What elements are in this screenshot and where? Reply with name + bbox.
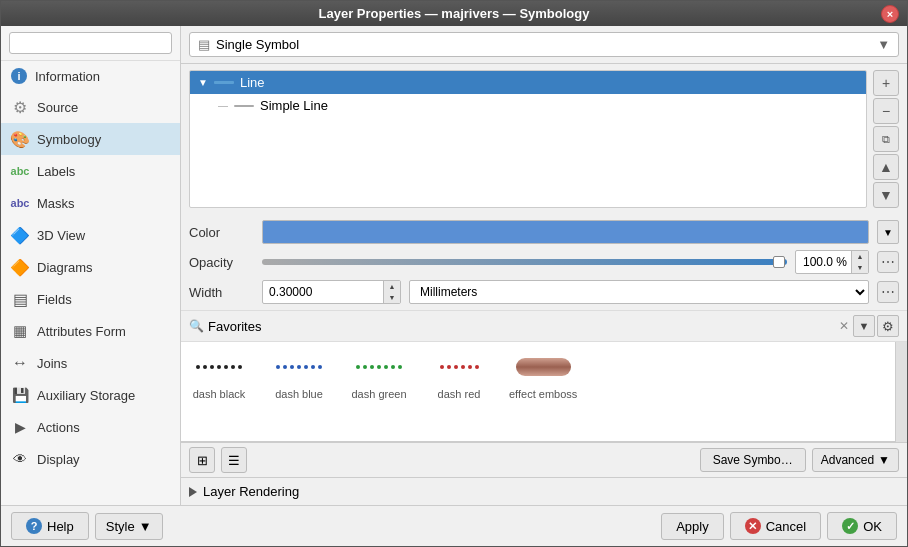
symbol-dash-black[interactable]: dash black: [189, 352, 249, 400]
opacity-spin-down[interactable]: ▼: [852, 262, 868, 273]
dot: [468, 365, 472, 369]
gallery-container: dash black: [181, 342, 907, 442]
add-layer-button[interactable]: +: [873, 70, 899, 96]
sidebar-search-input[interactable]: [9, 32, 172, 54]
dot: [377, 365, 381, 369]
sidebar-item-label: Symbology: [37, 132, 101, 147]
content-area: i Information ⚙ Source 🎨 Symbology abc L…: [1, 26, 907, 505]
ok-label: OK: [863, 519, 882, 534]
style-arrow-icon: ▼: [139, 519, 152, 534]
symbol-label: dash green: [351, 388, 406, 400]
tree-item-simple-line[interactable]: — Simple Line: [190, 94, 866, 117]
favorites-search-input[interactable]: [208, 319, 835, 334]
search-dropdown-button[interactable]: ▼: [853, 315, 875, 337]
tree-item-line[interactable]: ▼ Line: [190, 71, 866, 94]
layer-rendering-expand[interactable]: [189, 487, 197, 497]
search-clear-button[interactable]: ✕: [839, 319, 849, 333]
sidebar-item-label: Information: [35, 69, 100, 84]
symbol-dash-blue[interactable]: dash blue: [269, 352, 329, 400]
dot: [210, 365, 214, 369]
sidebar-item-symbology[interactable]: 🎨 Symbology: [1, 123, 180, 155]
width-input[interactable]: [263, 285, 383, 299]
sidebar-search-area: [1, 26, 180, 61]
color-dropdown-button[interactable]: ▼: [877, 220, 899, 244]
cancel-button[interactable]: ✕ Cancel: [730, 512, 821, 540]
sidebar-item-fields[interactable]: ▤ Fields: [1, 283, 180, 315]
remove-layer-button[interactable]: −: [873, 98, 899, 124]
symbol-dash-red[interactable]: dash red: [429, 352, 489, 400]
symbol-type-select[interactable]: ▤ Single Symbol ▼: [189, 32, 899, 57]
sidebar-item-diagrams[interactable]: 🔶 Diagrams: [1, 251, 180, 283]
opacity-extra-button[interactable]: ⋯: [877, 251, 899, 273]
sidebar-item-actions[interactable]: ▶ Actions: [1, 411, 180, 443]
opacity-value-input[interactable]: [796, 255, 851, 269]
sidebar-item-source[interactable]: ⚙ Source: [1, 91, 180, 123]
color-swatch[interactable]: [262, 220, 869, 244]
sidebar-item-information[interactable]: i Information: [1, 61, 180, 91]
symbol-type-label: Single Symbol: [216, 37, 299, 52]
dot: [318, 365, 322, 369]
sidebar-item-display[interactable]: 👁 Display: [1, 443, 180, 475]
search-config-button[interactable]: ⚙: [877, 315, 899, 337]
width-spin-down[interactable]: ▼: [384, 292, 400, 303]
emboss-preview: [516, 352, 571, 382]
main-window: Layer Properties — majrivers — Symbology…: [0, 0, 908, 547]
symbol-tree: ▼ Line — Simple Line: [189, 70, 867, 208]
dash-red-preview: [440, 352, 479, 382]
labels-icon: abc: [11, 162, 29, 180]
color-row: Color ▼: [189, 220, 899, 244]
sidebar-item-label: Masks: [37, 196, 75, 211]
ok-button[interactable]: ✓ OK: [827, 512, 897, 540]
apply-button[interactable]: Apply: [661, 513, 724, 540]
dot: [363, 365, 367, 369]
titlebar: Layer Properties — majrivers — Symbology…: [1, 1, 907, 26]
sidebar-item-masks[interactable]: abc Masks: [1, 187, 180, 219]
information-icon: i: [11, 68, 27, 84]
dot-line-green: [356, 365, 402, 369]
opacity-row: Opacity ▲ ▼ ⋯: [189, 250, 899, 274]
symbol-dash-green[interactable]: dash green: [349, 352, 409, 400]
dot: [461, 365, 465, 369]
fields-icon: ▤: [11, 290, 29, 308]
move-down-button[interactable]: ▼: [873, 182, 899, 208]
unit-select[interactable]: Millimeters Pixels Points: [409, 280, 869, 304]
cancel-icon: ✕: [745, 518, 761, 534]
help-icon: ?: [26, 518, 42, 534]
sidebar-item-3dview[interactable]: 🔷 3D View: [1, 219, 180, 251]
dot: [356, 365, 360, 369]
opacity-spin-up[interactable]: ▲: [852, 251, 868, 262]
ok-icon: ✓: [842, 518, 858, 534]
help-button[interactable]: ? Help: [11, 512, 89, 540]
close-button[interactable]: ×: [881, 5, 899, 23]
dot: [283, 365, 287, 369]
list-view-button[interactable]: ☰: [221, 447, 247, 473]
symbol-effect-emboss[interactable]: effect emboss: [509, 352, 577, 400]
dot: [391, 365, 395, 369]
duplicate-layer-button[interactable]: ⧉: [873, 126, 899, 152]
advanced-button[interactable]: Advanced ▼: [812, 448, 899, 472]
dot: [475, 365, 479, 369]
width-extra-button[interactable]: ⋯: [877, 281, 899, 303]
gallery-scrollbar[interactable]: [895, 342, 907, 442]
dot: [311, 365, 315, 369]
masks-icon: abc: [11, 194, 29, 212]
style-button[interactable]: Style ▼: [95, 513, 163, 540]
move-up-button[interactable]: ▲: [873, 154, 899, 180]
save-symbol-button[interactable]: Save Symbo…: [700, 448, 806, 472]
opacity-slider[interactable]: [262, 250, 787, 274]
sidebar-item-labels[interactable]: abc Labels: [1, 155, 180, 187]
style-label: Style: [106, 519, 135, 534]
dot: [238, 365, 242, 369]
sidebar-item-attributes-form[interactable]: ▦ Attributes Form: [1, 315, 180, 347]
sidebar-item-label: Labels: [37, 164, 75, 179]
grid-view-button[interactable]: ⊞: [189, 447, 215, 473]
opacity-track: [262, 259, 787, 265]
dot: [440, 365, 444, 369]
symbols-gallery: dash black: [181, 342, 895, 442]
sidebar-item-joins[interactable]: ↔ Joins: [1, 347, 180, 379]
symbol-buttons: + − ⧉ ▲ ▼: [873, 70, 899, 208]
sidebar-item-auxiliary-storage[interactable]: 💾 Auxiliary Storage: [1, 379, 180, 411]
width-spin-up[interactable]: ▲: [384, 281, 400, 292]
symbol-type-arrow: ▼: [877, 37, 890, 52]
dot: [224, 365, 228, 369]
